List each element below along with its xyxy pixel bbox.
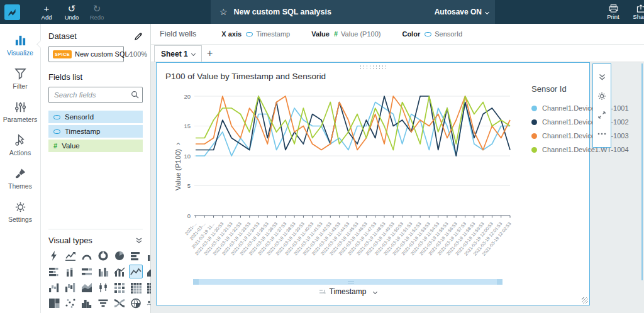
sankey-diagram-icon bbox=[113, 297, 126, 309]
field-wells-bar[interactable]: Field wells X axisTimestampValue#Value (… bbox=[151, 24, 644, 45]
scrollbar-right-cap[interactable] bbox=[497, 279, 502, 285]
histogram-icon bbox=[80, 297, 93, 309]
visual-title: P100 of Value by Timestamp and Sensorid bbox=[165, 72, 326, 81]
edit-dataset-pencil-icon[interactable] bbox=[134, 32, 143, 41]
visual-type-horizontal-stacked-bar[interactable] bbox=[47, 265, 61, 278]
data-panel: Dataset SPICE New custom SQL 100% Fields… bbox=[41, 24, 151, 313]
visual-type-funnel-chart[interactable] bbox=[96, 296, 110, 310]
undo-icon: ↺ bbox=[68, 4, 76, 13]
vertical-stacked-bar-icon bbox=[64, 266, 77, 278]
well-value[interactable]: Value#Value (P100) bbox=[311, 30, 380, 38]
format-visual-gear-icon[interactable] bbox=[596, 91, 608, 102]
quicksight-logo[interactable] bbox=[0, 0, 24, 24]
visual-type-stacked-area-chart[interactable] bbox=[80, 280, 94, 294]
legend-color-dot bbox=[531, 147, 537, 153]
collapse-visual-double-chevron-icon[interactable] bbox=[596, 72, 608, 83]
pie-chart-icon bbox=[113, 250, 126, 262]
legend-item[interactable]: Channel1.Device1.WT-1004 bbox=[531, 143, 637, 156]
sidebar-item-settings[interactable]: Settings bbox=[0, 199, 40, 224]
visual-type-stacked-waterfall[interactable] bbox=[64, 280, 77, 294]
donut-chart-icon bbox=[97, 250, 109, 262]
undo-button[interactable]: ↺ Undo bbox=[59, 0, 84, 24]
visual-type-tree-map[interactable] bbox=[47, 296, 61, 310]
dimension-icon bbox=[425, 32, 431, 36]
scatter-plot-icon bbox=[64, 297, 77, 309]
x-axis-field-control[interactable]: Timestamp bbox=[193, 287, 502, 296]
visual-type-heat-map[interactable] bbox=[113, 280, 126, 294]
collapse-double-chevron-icon[interactable] bbox=[135, 238, 143, 244]
visual-type-line-chart[interactable] bbox=[129, 265, 143, 278]
legend-color-dot bbox=[531, 119, 537, 125]
spice-badge: SPICE bbox=[53, 50, 72, 58]
x-axis-scrollbar[interactable] bbox=[193, 279, 502, 285]
visual-type-pie-chart[interactable] bbox=[113, 249, 126, 263]
visual-type-gauge[interactable] bbox=[80, 249, 94, 263]
field-item-timestamp[interactable]: Timestamp bbox=[48, 125, 143, 138]
maximize-visual-icon[interactable] bbox=[596, 109, 608, 121]
scrollbar-track[interactable] bbox=[199, 279, 497, 285]
well-x-axis[interactable]: X axisTimestamp bbox=[221, 30, 290, 38]
sidebar-item-themes[interactable]: Themes bbox=[0, 166, 40, 191]
well-color[interactable]: ColorSensorId bbox=[402, 30, 462, 38]
sheet-canvas: P100 of Value by Timestamp and Sensorid … bbox=[151, 62, 644, 313]
quicksight-logo-icon bbox=[4, 4, 20, 20]
redo-icon: ↻ bbox=[93, 4, 101, 13]
search-icon bbox=[131, 91, 139, 99]
print-button[interactable]: Print bbox=[601, 0, 625, 24]
visual-type-box-plot[interactable] bbox=[96, 280, 110, 294]
sidebar-item-parameters[interactable]: Parameters bbox=[0, 99, 40, 124]
sidebar-item-actions[interactable]: Actions bbox=[0, 133, 40, 158]
favorite-star-icon[interactable]: ☆ bbox=[219, 7, 228, 17]
visual-type-pivot-table[interactable] bbox=[129, 280, 143, 294]
visual-type-histogram[interactable] bbox=[80, 296, 94, 310]
legend-color-dot bbox=[531, 106, 537, 111]
svg-text:20: 20 bbox=[184, 93, 191, 100]
visual-type-combo-chart[interactable] bbox=[113, 265, 126, 278]
add-icon: + bbox=[44, 4, 50, 13]
field-item-sensorid[interactable]: SensorId bbox=[48, 111, 143, 123]
visual-type-vertical-grouped-bar[interactable] bbox=[96, 265, 110, 278]
sidebar-item-filter[interactable]: Filter bbox=[0, 66, 40, 91]
autosave-dropdown[interactable]: Autosave ON bbox=[435, 0, 489, 24]
scrollbar-left-cap[interactable] bbox=[193, 279, 199, 285]
redo-button[interactable]: ↻ Redo bbox=[84, 0, 109, 24]
visual-type-insights[interactable] bbox=[47, 249, 61, 263]
settings-icon bbox=[14, 200, 27, 214]
fields-list-header: Fields list bbox=[48, 72, 143, 82]
svg-text:0: 0 bbox=[187, 212, 191, 219]
legend-item[interactable]: Channel1.Device1.WT-1002 bbox=[531, 115, 637, 129]
line-chart[interactable]: 051015202021-...2021-03-...2021-03-19 11… bbox=[157, 82, 525, 282]
dataset-selector[interactable]: SPICE New custom SQL bbox=[48, 46, 124, 62]
add-sheet-button[interactable]: + bbox=[202, 45, 218, 62]
sheet-tab[interactable]: Sheet 1 bbox=[154, 45, 202, 62]
visual-type-sankey-diagram[interactable] bbox=[113, 296, 126, 310]
add-button[interactable]: + Add bbox=[34, 0, 59, 24]
parameters-icon bbox=[14, 101, 27, 114]
resize-handle[interactable] bbox=[582, 297, 588, 304]
visual-type-vertical-stacked-bar[interactable] bbox=[64, 265, 77, 278]
visual-type-forecast[interactable] bbox=[64, 249, 77, 263]
search-fields-input[interactable] bbox=[48, 87, 143, 103]
legend-item[interactable]: Channel1.Device1.WT-1003 bbox=[531, 129, 637, 143]
visual-type-donut-chart[interactable] bbox=[96, 249, 110, 263]
visual-type-scatter-plot[interactable] bbox=[64, 296, 77, 310]
chart-legend: Sensor Id Channel1.Device1.WT-1001 Chann… bbox=[531, 84, 637, 156]
legend-item[interactable]: Channel1.Device1.WT-1001 bbox=[531, 101, 637, 115]
visual-type-horizontal-stacked-100[interactable] bbox=[80, 265, 94, 278]
analysis-title: New custom SQL analysis bbox=[234, 8, 331, 16]
drag-handle[interactable] bbox=[359, 65, 387, 70]
themes-icon bbox=[14, 167, 27, 180]
sidebar-item-visualize[interactable]: Visualize bbox=[0, 33, 40, 58]
visual-card[interactable]: P100 of Value by Timestamp and Sensorid … bbox=[156, 62, 590, 305]
field-item-value[interactable]: #Value bbox=[48, 140, 143, 152]
printer-icon bbox=[609, 4, 618, 13]
visual-type-filled-map[interactable] bbox=[129, 296, 143, 310]
horizontal-stacked-bar-icon bbox=[48, 266, 60, 278]
field-wells-label: Field wells bbox=[160, 30, 196, 38]
gauge-icon bbox=[80, 250, 93, 262]
visual-type-waterfall-chart[interactable] bbox=[47, 280, 61, 294]
visual-menu-dots-icon[interactable] bbox=[596, 128, 608, 140]
share-button[interactable]: Share bbox=[629, 0, 644, 24]
visual-type-horizontal-bar-chart[interactable] bbox=[129, 249, 143, 263]
horizontal-stacked-100-icon bbox=[80, 266, 93, 278]
